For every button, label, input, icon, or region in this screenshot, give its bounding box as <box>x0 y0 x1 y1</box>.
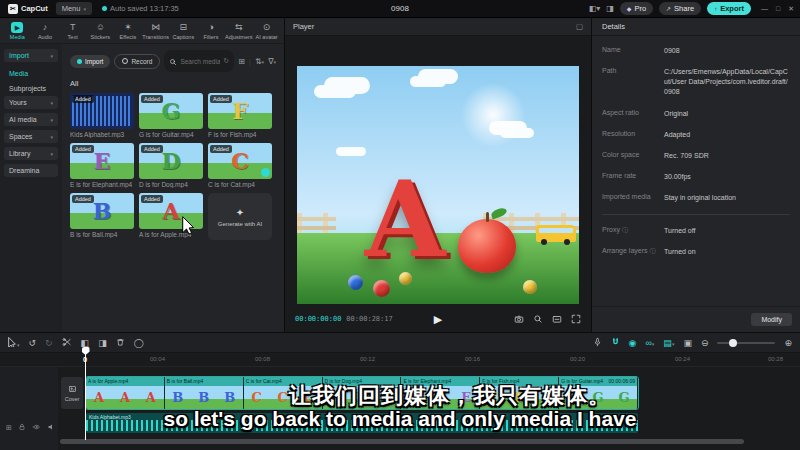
search-history-icon[interactable]: ↻ <box>223 57 229 65</box>
filter-icon[interactable]: ∇▾ <box>268 57 276 66</box>
chevron-down-icon: ▾ <box>50 151 53 157</box>
divider: | <box>249 57 251 66</box>
added-badge: Added <box>72 95 94 103</box>
school-bus <box>536 225 576 242</box>
mouse-cursor <box>182 216 195 235</box>
captions-icon: ⊟ <box>180 22 188 33</box>
undo-icon[interactable]: ↺ <box>29 338 37 348</box>
export-button[interactable]: ↑ Export <box>707 2 751 15</box>
sun <box>458 80 528 150</box>
sidebar-import[interactable]: Import▾ <box>4 49 58 62</box>
player-options-icon[interactable]: ▢ <box>576 22 583 31</box>
import-icon <box>77 59 82 64</box>
layout-default-icon[interactable]: ◨ <box>606 4 614 13</box>
delete-left-icon[interactable]: ◧ <box>81 338 90 348</box>
cloud <box>410 76 446 87</box>
tab-stickers[interactable]: ☺Stickers <box>87 22 114 40</box>
layout-panels-icon[interactable]: ◧▾ <box>589 4 601 13</box>
tab-text[interactable]: TText <box>59 22 86 40</box>
media-item-b-ball[interactable]: AddedB B is for Ball.mp4 <box>70 193 134 240</box>
preview-quality-icon[interactable] <box>533 314 543 325</box>
search-input[interactable] <box>180 58 220 65</box>
media-item-g-guitar[interactable]: AddedG G is for Guitar.mp4 <box>139 93 203 138</box>
redo-icon[interactable]: ↻ <box>45 338 53 348</box>
sidebar-item-dreamina[interactable]: Dreamina <box>4 164 58 177</box>
chevron-down-icon: ▾ <box>50 53 53 59</box>
search-box[interactable]: ↻ <box>164 50 234 72</box>
added-badge: Added <box>141 95 163 103</box>
share-button[interactable]: ↗ Share <box>659 2 701 15</box>
generate-with-ai-card[interactable]: ✦ Generate with AI <box>208 193 272 240</box>
maximize-button[interactable]: □ <box>776 5 780 13</box>
ai-avatar-icon: ⊙ <box>263 22 271 33</box>
chevron-down-icon: ▾ <box>50 117 53 123</box>
zoom-in-icon[interactable]: ⊕ <box>784 338 792 348</box>
preview-canvas[interactable]: A <box>297 66 579 304</box>
tab-effects[interactable]: ✶Effects <box>115 22 142 40</box>
tab-audio[interactable]: ♪Audio <box>32 22 59 40</box>
auto-linking-icon[interactable]: ∞▾ <box>645 338 654 348</box>
tab-captions[interactable]: ⊟Captions <box>170 22 197 40</box>
mask-icon[interactable]: ◯ <box>134 338 144 348</box>
play-button[interactable]: ▶ <box>434 313 442 326</box>
track-height-icon[interactable]: ▣ <box>683 338 692 348</box>
magnetic-track-icon[interactable] <box>611 337 620 349</box>
timeline-zoom-slider[interactable] <box>717 342 775 344</box>
fullscreen-icon[interactable] <box>571 314 581 325</box>
zoom-knob[interactable] <box>729 339 737 347</box>
voiceover-icon[interactable] <box>593 337 602 349</box>
minimize-button[interactable]: — <box>761 5 768 13</box>
sidebar-item-yours[interactable]: Yours▾ <box>4 96 58 109</box>
chevron-down-icon: ▾ <box>50 100 53 106</box>
media-item-e-elephant[interactable]: AddedE E is for Elephant.mp4 <box>70 143 134 188</box>
delete-icon[interactable] <box>116 337 125 349</box>
sidebar-item-ai-media[interactable]: AI media▾ <box>4 113 58 126</box>
timeline-ruler[interactable]: 0 00:04 00:08 00:12 00:16 00:20 00:24 00… <box>0 353 800 367</box>
search-icon <box>169 52 177 70</box>
info-icon: ⓘ <box>622 227 628 233</box>
chevron-down-icon: ▾ <box>50 134 53 140</box>
snapshot-icon[interactable] <box>514 314 524 325</box>
sort-icon[interactable]: ⇅▾ <box>255 57 264 66</box>
filter-all-label[interactable]: All <box>70 79 276 88</box>
sidebar-item-spaces[interactable]: Spaces▾ <box>4 130 58 143</box>
top-bar: ✂ CapCut Menu▾ Auto saved 13:17:35 0908 … <box>0 0 800 18</box>
tab-media[interactable]: ▶Media <box>4 22 31 40</box>
media-item-f-fish[interactable]: AddedF F is for Fish.mp4 <box>208 93 272 138</box>
sidebar-item-subprojects[interactable]: Subprojects <box>4 81 58 96</box>
tab-adjustment[interactable]: ⇆Adjustment <box>225 22 252 40</box>
horizontal-scrollbar[interactable] <box>60 439 744 444</box>
ai-generate-icon: ✦ <box>236 207 244 218</box>
sync-badge <box>261 168 270 177</box>
split-icon[interactable] <box>62 337 72 349</box>
main-track-snap-icon[interactable]: ◉ <box>629 338 637 348</box>
sidebar-item-library[interactable]: Library▾ <box>4 147 58 160</box>
grid-view-icon[interactable]: ⊞ <box>238 57 245 66</box>
pro-button[interactable]: ◆ Pro <box>620 2 653 15</box>
record-button[interactable]: Record <box>114 54 160 69</box>
tab-transitions[interactable]: ⋈Transitions <box>142 22 169 40</box>
import-button[interactable]: Import <box>70 55 110 68</box>
ratio-icon[interactable] <box>552 314 562 325</box>
cloud <box>336 147 366 156</box>
preview-axis-icon[interactable]: ▤▾ <box>663 338 674 348</box>
close-button[interactable]: ✕ <box>788 5 794 13</box>
timeline-toolbar: ▾ ↺ ↻ ◧ ◨ ◯ ◉ ∞▾ ▤▾ ▣ ⊖ ⊕ <box>0 333 800 353</box>
asset-tabs: ▶Media ♪Audio TText ☺Stickers ✶Effects ⋈… <box>0 18 284 44</box>
media-item-kids-alphabet[interactable]: Added Kids Alphabet.mp3 <box>70 93 134 138</box>
project-path-value: C:/Users/Emenws/AppData/Local/CapCut/Use… <box>664 67 790 97</box>
audio-icon: ♪ <box>43 22 48 33</box>
text-icon: T <box>70 22 76 33</box>
sidebar-item-media[interactable]: Media <box>4 66 58 81</box>
delete-right-icon[interactable]: ◨ <box>98 338 107 348</box>
imported-media-value: Stay in original location <box>664 193 736 203</box>
tab-filters[interactable]: ◑Filters <box>198 22 225 40</box>
aspect-ratio-value: Original <box>664 109 688 119</box>
zoom-out-icon[interactable]: ⊖ <box>701 338 709 348</box>
tab-ai-avatar[interactable]: ⊙AI avatar <box>253 22 280 40</box>
select-tool-icon[interactable]: ▾ <box>8 337 20 349</box>
modify-button[interactable]: Modify <box>751 313 792 326</box>
media-item-d-dog[interactable]: AddedD D is for Dog.mp4 <box>139 143 203 188</box>
media-item-c-cat[interactable]: AddedC C is for Cat.mp4 <box>208 143 272 188</box>
record-icon <box>122 58 128 64</box>
